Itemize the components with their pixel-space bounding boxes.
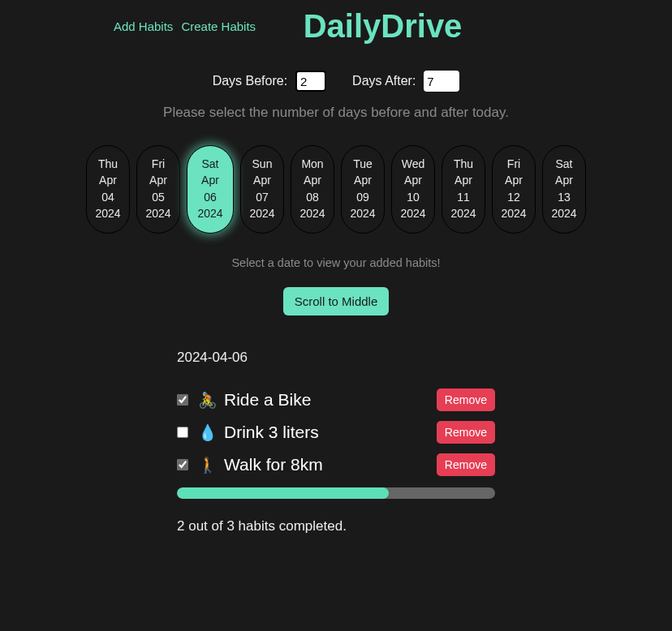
habit-text: Walk for 8km: [224, 455, 323, 474]
date-pill-day: 10: [392, 189, 434, 205]
select-date-hint: Select a date to view your added habits!: [0, 256, 672, 269]
habit-text: Drink 3 liters: [224, 423, 319, 442]
habit-label: 🚴Ride a Bike: [198, 390, 437, 410]
date-pill-year: 2024: [543, 205, 585, 221]
days-before-input[interactable]: [295, 71, 326, 92]
date-pill-month: Apr: [342, 172, 384, 188]
date-pill-day: 09: [342, 189, 384, 205]
date-pill-year: 2024: [493, 205, 535, 221]
progress-text: 2 out of 3 habits completed.: [177, 518, 495, 534]
progress-fill: [177, 487, 389, 499]
date-pill[interactable]: ThuApr042024: [86, 145, 130, 234]
habit-emoji-icon: 🚴: [198, 391, 218, 410]
habits-list: 🚴Ride a BikeRemove💧Drink 3 litersRemove🚶…: [177, 388, 495, 476]
days-after-label: Days After:: [352, 74, 416, 88]
days-after-input[interactable]: [424, 71, 459, 92]
date-pill-dow: Mon: [291, 156, 334, 172]
date-pill-month: Apr: [137, 172, 179, 188]
nav-add-habits[interactable]: Add Habits: [114, 19, 173, 33]
habit-checkbox[interactable]: [177, 459, 188, 470]
date-pill-dow: Tue: [342, 156, 384, 172]
progress-bar: [177, 487, 495, 499]
date-pill-month: Apr: [187, 172, 233, 188]
date-pill-dow: Sun: [241, 156, 283, 172]
date-pill-month: Apr: [493, 172, 535, 188]
habit-checkbox[interactable]: [177, 394, 188, 406]
date-pill-day: 07: [241, 189, 283, 205]
date-pill-day: 08: [291, 189, 334, 205]
habit-text: Ride a Bike: [224, 390, 311, 410]
date-pill-dow: Sat: [543, 156, 585, 172]
date-strip: ThuApr042024FriApr052024SatApr062024SunA…: [0, 145, 672, 234]
date-pill-year: 2024: [392, 205, 434, 221]
habit-emoji-icon: 💧: [198, 423, 218, 442]
date-pill-month: Apr: [392, 172, 434, 188]
date-pill-day: 12: [493, 189, 535, 205]
date-pill[interactable]: MonApr082024: [291, 145, 334, 234]
remove-habit-button[interactable]: Remove: [437, 421, 495, 444]
habit-label: 🚶Walk for 8km: [198, 455, 437, 474]
date-pill-dow: Thu: [87, 156, 129, 172]
date-pill[interactable]: SatApr132024: [542, 145, 586, 234]
date-pill-dow: Sat: [187, 156, 233, 172]
date-pill[interactable]: FriApr122024: [492, 145, 536, 234]
date-pill-year: 2024: [291, 205, 334, 221]
date-pill-year: 2024: [442, 205, 485, 221]
date-pill-dow: Wed: [392, 156, 434, 172]
date-pill[interactable]: ThuApr112024: [442, 145, 485, 234]
date-pill-month: Apr: [291, 172, 334, 188]
date-pill[interactable]: SunApr072024: [240, 145, 284, 234]
date-pill-year: 2024: [137, 205, 179, 221]
date-pill-year: 2024: [87, 205, 129, 221]
scroll-to-middle-button[interactable]: Scroll to Middle: [283, 287, 390, 316]
date-pill-day: 06: [187, 189, 233, 205]
date-pill-month: Apr: [442, 172, 485, 188]
nav-create-habits[interactable]: Create Habits: [181, 19, 256, 33]
days-range-hint: Please select the number of days before …: [0, 105, 672, 121]
habit-row: 🚶Walk for 8kmRemove: [177, 453, 495, 476]
date-pill-year: 2024: [342, 205, 384, 221]
date-pill-month: Apr: [241, 172, 283, 188]
habit-label: 💧Drink 3 liters: [198, 423, 437, 442]
date-pill-day: 13: [543, 189, 585, 205]
date-pill[interactable]: WedApr102024: [391, 145, 435, 234]
selected-date-label: 2024-04-06: [177, 350, 495, 366]
date-pill-month: Apr: [87, 172, 129, 188]
date-pill-dow: Fri: [137, 156, 179, 172]
app-title: DailyDrive: [304, 8, 463, 45]
date-pill-month: Apr: [543, 172, 585, 188]
date-pill[interactable]: TueApr092024: [341, 145, 385, 234]
habit-row: 💧Drink 3 litersRemove: [177, 421, 495, 444]
remove-habit-button[interactable]: Remove: [437, 453, 495, 476]
date-pill-dow: Thu: [442, 156, 485, 172]
habit-checkbox[interactable]: [177, 427, 188, 438]
date-pill-dow: Fri: [493, 156, 535, 172]
date-pill[interactable]: SatApr062024: [187, 145, 234, 234]
date-pill[interactable]: FriApr052024: [136, 145, 180, 234]
date-pill-day: 05: [137, 189, 179, 205]
date-pill-year: 2024: [187, 205, 233, 221]
date-pill-year: 2024: [241, 205, 283, 221]
date-pill-day: 11: [442, 189, 485, 205]
remove-habit-button[interactable]: Remove: [437, 388, 495, 411]
habit-row: 🚴Ride a BikeRemove: [177, 388, 495, 411]
days-before-label: Days Before:: [213, 74, 287, 88]
habit-emoji-icon: 🚶: [198, 456, 218, 474]
date-pill-day: 04: [87, 189, 129, 205]
